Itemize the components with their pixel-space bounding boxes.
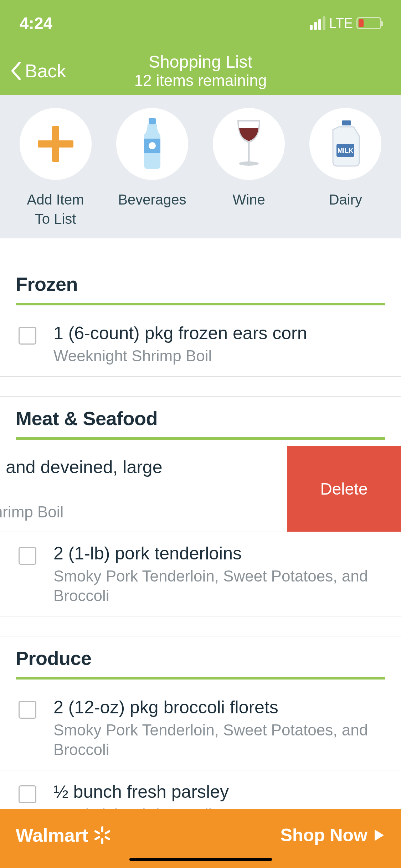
category-label: Dairy [329,190,362,209]
walmart-spark-icon [92,825,112,845]
back-button[interactable]: Back [11,60,66,82]
section-title: Frozen [16,273,385,295]
svg-point-4 [149,142,156,149]
category-add-item[interactable]: Add Item To List [11,108,100,228]
category-label: Add Item To List [27,190,84,228]
item-subtitle: ght Shrimp Boil [0,502,287,522]
svg-rect-2 [149,118,156,124]
svg-rect-13 [94,836,101,841]
status-time: 4:24 [20,14,52,33]
section-header-meat-seafood: Meat & Seafood [0,397,401,446]
checkbox[interactable] [19,785,36,803]
bottle-icon [140,117,165,171]
delete-button[interactable]: Delete [287,446,401,532]
chevron-left-icon [11,62,21,80]
category-beverages[interactable]: Beverages [108,108,197,209]
item-subtitle: Smoky Pork Tenderloin, Sweet Potatoes, a… [53,566,385,605]
list-item[interactable]: 2 (1-lb) pork tenderloins Smoky Pork Ten… [0,532,401,616]
list-item[interactable]: 2 (12-oz) pkg broccoli florets Smoky Por… [0,686,401,770]
milk-jug-icon: MILK [326,119,365,169]
svg-rect-7 [342,120,351,125]
checkbox[interactable] [19,547,36,565]
page-subtitle: 12 items remaining [134,72,267,89]
item-subtitle: Smoky Pork Tenderloin, Sweet Potatoes, a… [53,720,385,759]
item-title: 2 (12-oz) pkg broccoli florets [53,697,385,718]
svg-text:MILK: MILK [338,147,353,154]
wine-glass-icon [231,117,267,171]
svg-rect-12 [104,830,111,835]
shop-now-button[interactable]: Shop Now [281,825,385,846]
svg-rect-14 [94,830,101,835]
item-title: 1 (6-count) pkg frozen ears corn [53,322,385,344]
svg-point-6 [239,161,259,166]
checkbox[interactable] [19,701,36,719]
categories-row: Add Item To List Beverages Wine MILK Dai… [0,95,401,238]
status-bar: 4:24 LTE [0,0,401,46]
status-right: LTE [310,16,381,31]
svg-rect-1 [38,140,73,148]
network-label: LTE [329,16,353,31]
shop-now-label: Shop Now [281,825,367,846]
list-item[interactable]: 1 (6-count) pkg frozen ears corn Weeknig… [0,312,401,377]
brand-label: Walmart [16,825,88,846]
signal-icon [310,16,325,30]
section-title: Produce [16,647,385,669]
category-label: Beverages [118,190,186,209]
plus-icon [36,124,75,164]
walmart-logo[interactable]: Walmart [16,825,112,846]
svg-rect-15 [104,836,111,841]
item-title: ½ bunch fresh parsley [53,781,385,802]
page-title: Shopping List [134,52,267,72]
home-indicator[interactable] [129,858,272,861]
item-title: 2 (1-lb) pork tenderloins [53,543,385,564]
section-header-produce: Produce [0,636,401,686]
list-item-swiped[interactable]: eeled and deveined, largerimp ght Shrimp… [0,446,401,532]
item-title: eeled and deveined, largerimp [0,456,287,501]
svg-rect-10 [101,826,103,832]
section-header-frozen: Frozen [0,262,401,312]
category-dairy[interactable]: MILK Dairy [301,108,390,209]
category-wine[interactable]: Wine [204,108,293,209]
item-subtitle: Weeknight Shrimp Boil [53,346,385,366]
svg-rect-11 [101,838,103,844]
category-label: Wine [233,190,265,209]
section-title: Meat & Seafood [16,407,385,429]
nav-header: Back Shopping List 12 items remaining [0,46,401,95]
checkbox[interactable] [19,327,36,345]
battery-icon [356,17,381,29]
play-icon [373,828,385,842]
back-label: Back [25,60,66,82]
